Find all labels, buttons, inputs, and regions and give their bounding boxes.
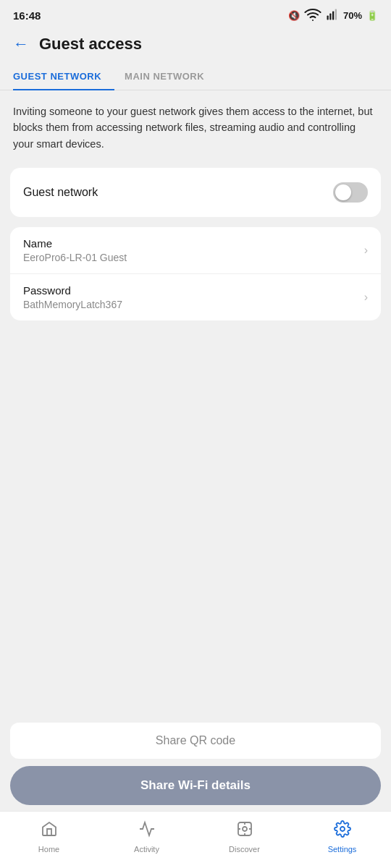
tabs: GUEST NETWORK MAIN NETWORK	[0, 64, 391, 90]
nav-label-home: Home	[38, 845, 59, 854]
nav-item-home[interactable]: Home	[0, 817, 98, 856]
share-qr-button[interactable]: Share QR code	[10, 723, 381, 759]
network-password-value: BathMemoryLatch367	[23, 299, 122, 310]
svg-rect-1	[329, 13, 331, 20]
bottom-nav: Home Activity Discover Settings	[0, 811, 391, 868]
content-spacer	[0, 331, 391, 714]
share-wifi-button[interactable]: Share Wi-Fi details	[10, 766, 381, 805]
network-password-label: Password	[23, 284, 122, 297]
guest-network-toggle[interactable]	[333, 182, 368, 203]
nav-label-activity: Activity	[134, 845, 159, 854]
signal-icon	[326, 8, 339, 23]
discover-icon	[236, 820, 253, 842]
wifi-icon	[304, 6, 321, 25]
toggle-label: Guest network	[23, 186, 98, 199]
nav-item-activity[interactable]: Activity	[98, 817, 196, 856]
settings-icon	[334, 820, 351, 842]
status-time: 16:48	[13, 9, 41, 22]
name-chevron-icon: ›	[364, 244, 368, 257]
svg-rect-2	[332, 11, 334, 20]
activity-icon	[138, 820, 156, 842]
header: ← Guest access	[0, 27, 391, 64]
status-icons: 🔇 70% 🔋	[288, 6, 378, 25]
network-name-label: Name	[23, 237, 127, 250]
nav-item-settings[interactable]: Settings	[293, 817, 391, 856]
battery-icon: 🔋	[366, 10, 378, 21]
page-title: Guest access	[39, 35, 142, 54]
nav-label-settings: Settings	[328, 845, 357, 854]
network-name-row[interactable]: Name EeroPro6-LR-01 Guest ›	[10, 227, 381, 273]
svg-rect-3	[335, 9, 337, 20]
guest-network-description: Inviting someone to your guest network g…	[0, 103, 391, 168]
svg-rect-0	[327, 15, 328, 20]
tab-guest-network[interactable]: GUEST NETWORK	[13, 64, 114, 90]
svg-point-5	[243, 827, 247, 831]
toggle-row: Guest network	[10, 168, 381, 217]
nav-item-discover[interactable]: Discover	[196, 817, 293, 856]
bottom-actions: Share QR code Share Wi-Fi details	[0, 714, 391, 811]
battery-text: 70%	[343, 10, 362, 21]
nav-label-discover: Discover	[229, 845, 260, 854]
network-name-value: EeroPro6-LR-01 Guest	[23, 252, 127, 263]
home-icon	[41, 820, 58, 842]
back-button[interactable]: ←	[13, 36, 29, 52]
password-chevron-icon: ›	[364, 291, 368, 304]
svg-point-6	[340, 827, 345, 831]
tab-main-network[interactable]: MAIN NETWORK	[125, 64, 217, 90]
status-bar: 16:48 🔇 70% 🔋	[0, 0, 391, 27]
network-info-card: Name EeroPro6-LR-01 Guest › Password Bat…	[10, 227, 381, 320]
network-password-row[interactable]: Password BathMemoryLatch367 ›	[10, 273, 381, 320]
guest-network-toggle-card: Guest network	[10, 168, 381, 217]
mute-icon: 🔇	[288, 10, 300, 21]
